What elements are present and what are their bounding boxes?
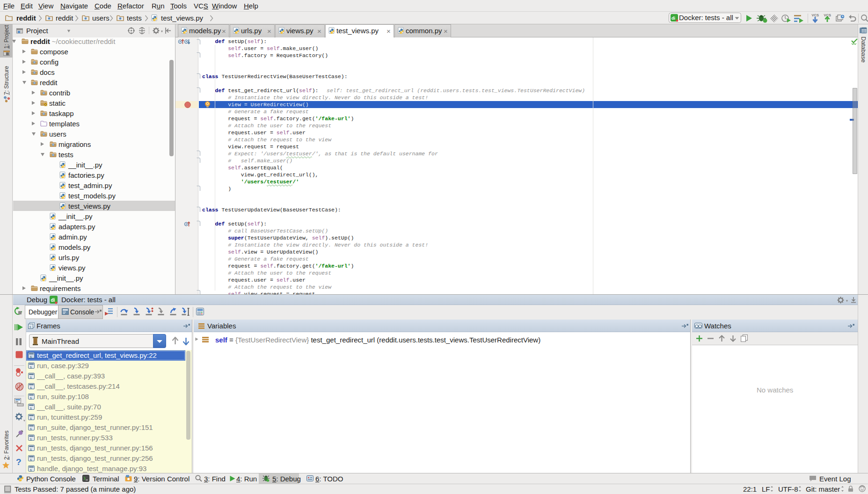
svg-text:s: s <box>30 416 32 421</box>
svg-text:s: s <box>30 365 32 369</box>
svg-text:s: s <box>30 468 32 472</box>
svg-text:di: di <box>671 16 675 21</box>
svg-text:s: s <box>30 396 32 400</box>
svg-text:s: s <box>30 437 32 441</box>
svg-text:s: s <box>30 385 32 390</box>
svg-text:di: di <box>51 298 55 303</box>
svg-text:s: s <box>30 355 32 359</box>
svg-text:s: s <box>30 406 32 410</box>
svg-text:s: s <box>30 375 32 379</box>
svg-text:s: s <box>30 458 32 462</box>
svg-text:VCS: VCS <box>812 13 819 17</box>
svg-text:s: s <box>30 427 32 431</box>
svg-text:s: s <box>29 325 31 329</box>
svg-text:s: s <box>30 447 32 451</box>
